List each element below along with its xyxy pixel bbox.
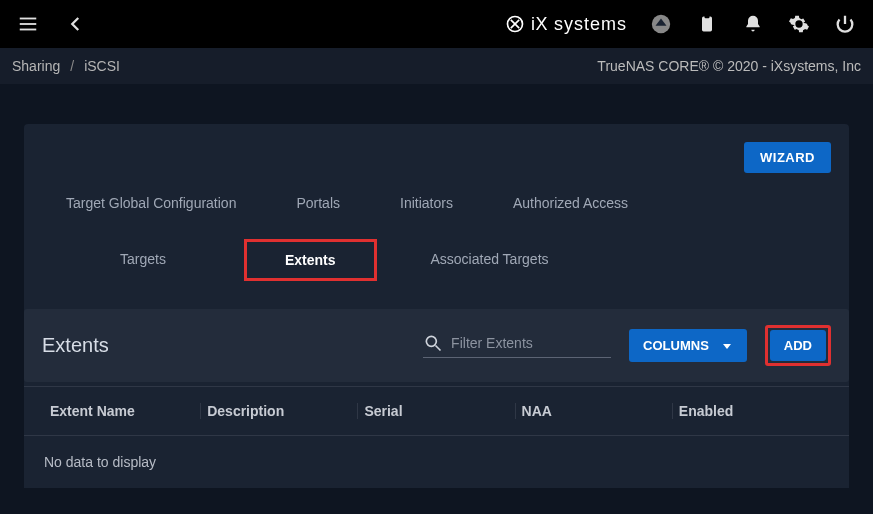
search-wrap bbox=[423, 333, 611, 358]
tab-initiators[interactable]: Initiators bbox=[400, 191, 453, 215]
back-icon[interactable] bbox=[64, 12, 88, 36]
col-serial[interactable]: Serial bbox=[358, 403, 515, 419]
section-header: Extents COLUMNS ADD bbox=[24, 309, 849, 382]
tabs-row-2: Targets Extents Associated Targets bbox=[24, 239, 849, 281]
breadcrumb: Sharing / iSCSI bbox=[12, 58, 120, 74]
add-button[interactable]: ADD bbox=[770, 330, 826, 361]
truenas-icon[interactable] bbox=[649, 12, 673, 36]
ixsystems-logo[interactable]: iXsystems bbox=[505, 14, 627, 35]
tab-target-global-configuration[interactable]: Target Global Configuration bbox=[66, 191, 236, 215]
tab-extents[interactable]: Extents bbox=[244, 239, 377, 281]
table-empty-text: No data to display bbox=[24, 436, 849, 488]
col-naa[interactable]: NAA bbox=[516, 403, 673, 419]
clipboard-icon[interactable] bbox=[695, 12, 719, 36]
breadcrumb-bar: Sharing / iSCSI TrueNAS CORE® © 2020 - i… bbox=[0, 48, 873, 84]
svg-rect-6 bbox=[705, 15, 710, 18]
chevron-down-icon bbox=[721, 340, 733, 352]
settings-icon[interactable] bbox=[787, 12, 811, 36]
breadcrumb-iscsi[interactable]: iSCSI bbox=[84, 58, 120, 74]
breadcrumb-sep: / bbox=[70, 58, 74, 74]
svg-point-7 bbox=[426, 336, 436, 346]
section-controls: COLUMNS ADD bbox=[423, 325, 831, 366]
columns-label: COLUMNS bbox=[643, 338, 709, 353]
breadcrumb-sharing[interactable]: Sharing bbox=[12, 58, 60, 74]
col-enabled[interactable]: Enabled bbox=[673, 403, 829, 419]
extents-section: Extents COLUMNS ADD bbox=[24, 309, 849, 488]
notifications-icon[interactable] bbox=[741, 12, 765, 36]
col-extent-name[interactable]: Extent Name bbox=[44, 403, 201, 419]
topbar-left bbox=[16, 12, 88, 36]
extents-table: Extent Name Description Serial NAA Enabl… bbox=[24, 386, 849, 488]
menu-icon[interactable] bbox=[16, 12, 40, 36]
svg-rect-5 bbox=[702, 17, 712, 32]
tab-authorized-access[interactable]: Authorized Access bbox=[513, 191, 628, 215]
tab-portals[interactable]: Portals bbox=[296, 191, 340, 215]
svg-line-8 bbox=[436, 346, 441, 351]
wizard-row: WIZARD bbox=[24, 142, 849, 191]
topbar-right: iXsystems bbox=[505, 12, 857, 36]
wizard-button[interactable]: WIZARD bbox=[744, 142, 831, 173]
logo-sys: systems bbox=[554, 14, 627, 35]
col-description[interactable]: Description bbox=[201, 403, 358, 419]
columns-button[interactable]: COLUMNS bbox=[629, 329, 747, 362]
search-icon bbox=[423, 333, 443, 353]
filter-extents-input[interactable] bbox=[451, 335, 611, 351]
section-title: Extents bbox=[42, 334, 109, 357]
logo-ix: iX bbox=[531, 14, 548, 35]
main-card: WIZARD Target Global Configuration Porta… bbox=[24, 124, 849, 488]
tab-targets[interactable]: Targets bbox=[84, 239, 202, 281]
add-button-highlight: ADD bbox=[765, 325, 831, 366]
power-icon[interactable] bbox=[833, 12, 857, 36]
table-header: Extent Name Description Serial NAA Enabl… bbox=[24, 386, 849, 436]
topbar: iXsystems bbox=[0, 0, 873, 48]
copyright-text: TrueNAS CORE® © 2020 - iXsystems, Inc bbox=[597, 58, 861, 74]
tabs-row-1: Target Global Configuration Portals Init… bbox=[24, 191, 849, 215]
tab-associated-targets[interactable]: Associated Targets bbox=[395, 239, 585, 281]
